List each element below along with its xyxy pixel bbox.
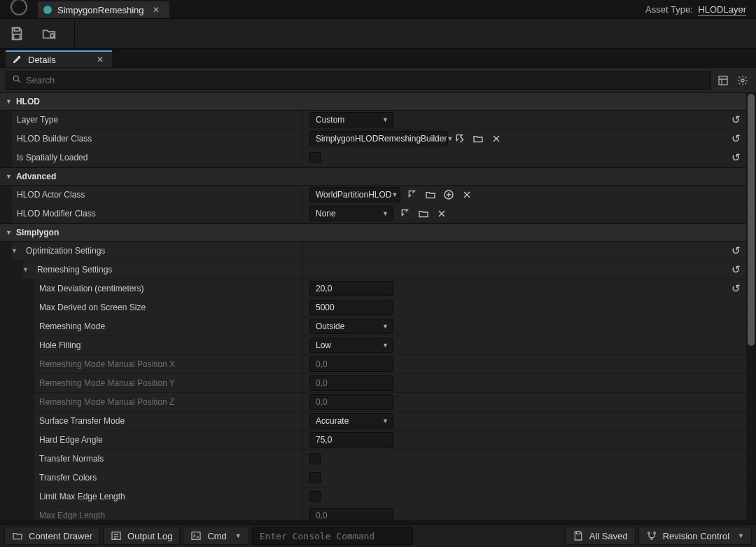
input-max-edge-length: [309, 508, 393, 520]
row-manual-pos-z: Remeshing Mode Manual Position Z: [0, 393, 746, 412]
clear-icon[interactable]: [435, 207, 448, 220]
save-icon[interactable]: [7, 24, 27, 43]
use-selected-icon[interactable]: [406, 188, 419, 201]
chevron-down-icon: ▼: [447, 135, 453, 142]
terminal-icon: [190, 530, 202, 541]
details-tab-title: Details: [28, 55, 56, 65]
reset-icon[interactable]: ↺: [732, 113, 741, 126]
status-bar: Content Drawer Output Log Cmd ▼ All Save…: [0, 524, 756, 547]
use-selected-icon[interactable]: [454, 132, 466, 145]
input-manual-pos-x: [309, 356, 393, 372]
row-remeshing-mode: Remeshing Mode Outside▼: [0, 317, 746, 336]
search-icon: [12, 74, 22, 86]
console-command-input[interactable]: [252, 527, 414, 545]
close-icon[interactable]: ✕: [150, 5, 162, 15]
app-logo: [0, 0, 38, 18]
reset-icon[interactable]: ↺: [732, 151, 741, 164]
search-input-wrap[interactable]: [6, 71, 711, 90]
chevron-down-icon: ▼: [22, 266, 29, 273]
dropdown-actor-class[interactable]: WorldPartitionHLOD▼: [309, 187, 400, 202]
checkbox-spatially-loaded[interactable]: [309, 152, 321, 163]
browse-folder-icon[interactable]: [424, 188, 437, 201]
scrollbar-track[interactable]: [746, 92, 756, 520]
chevron-down-icon: ▼: [382, 323, 388, 330]
details-tab[interactable]: Details ✕: [6, 50, 112, 67]
chevron-down-icon: ▼: [6, 173, 12, 180]
use-selected-icon[interactable]: [399, 207, 412, 220]
svg-point-10: [653, 532, 655, 534]
output-log-button[interactable]: Output Log: [103, 527, 180, 545]
row-transfer-colors: Transfer Colors: [0, 469, 746, 487]
checkbox-transfer-colors[interactable]: [309, 472, 321, 483]
row-spatially-loaded: Is Spatially Loaded ↺: [0, 148, 746, 167]
browse-folder-icon[interactable]: [472, 132, 484, 145]
svg-rect-0: [14, 28, 19, 32]
log-icon: [111, 530, 122, 541]
gear-icon[interactable]: [735, 73, 750, 88]
browse-icon[interactable]: [39, 24, 59, 43]
chevron-down-icon: ▼: [382, 342, 388, 349]
layout-icon[interactable]: [715, 73, 731, 88]
dropdown-hole-filling[interactable]: Low▼: [309, 338, 393, 353]
row-actor-class: HLOD Actor Class WorldPartitionHLOD▼: [0, 186, 746, 205]
row-builder-class: HLOD Builder Class SimplygonHLODRemeshin…: [0, 130, 746, 148]
asset-type-label: Asset Type: HLODLayer: [645, 4, 746, 15]
category-advanced[interactable]: ▼ Advanced: [0, 167, 746, 186]
window-titlebar: SimpygonRemeshing ✕ Asset Type: HLODLaye…: [0, 0, 756, 18]
details-search-row: [0, 67, 756, 92]
asset-type-link[interactable]: HLODLayer: [698, 4, 746, 16]
row-max-edge-length: Max Edge Length: [0, 506, 746, 520]
details-tab-row: Details ✕: [0, 49, 756, 67]
search-input[interactable]: [26, 75, 705, 85]
row-surface-transfer: Surface Transfer Mode Accurate▼: [0, 412, 746, 431]
main-toolbar: [0, 18, 756, 49]
browse-folder-icon[interactable]: [417, 207, 430, 220]
row-remeshing-settings[interactable]: ▼Remeshing Settings ↺: [0, 261, 746, 279]
row-manual-pos-y: Remeshing Mode Manual Position Y: [0, 374, 746, 393]
revision-control-button[interactable]: Revision Control ▼: [638, 527, 752, 545]
category-simplygon[interactable]: ▼ Simplygon: [0, 223, 746, 242]
asset-type-dot-icon: [43, 6, 52, 14]
reset-icon[interactable]: ↺: [732, 244, 741, 257]
dropdown-modifier-class[interactable]: None▼: [309, 206, 393, 221]
svg-rect-4: [719, 76, 727, 85]
row-transfer-normals: Transfer Normals: [0, 450, 746, 469]
reset-icon[interactable]: ↺: [732, 132, 741, 145]
asset-tab[interactable]: SimpygonRemeshing ✕: [38, 1, 169, 18]
chevron-down-icon: ▼: [738, 532, 744, 539]
content-drawer-button[interactable]: Content Drawer: [4, 527, 100, 545]
close-icon[interactable]: ✕: [95, 55, 105, 64]
chevron-down-icon: ▼: [11, 247, 18, 254]
clear-icon[interactable]: [490, 132, 503, 145]
all-saved-button[interactable]: All Saved: [565, 527, 636, 545]
chevron-down-icon: ▼: [235, 532, 241, 539]
input-hard-edge-angle[interactable]: [309, 432, 393, 448]
add-icon[interactable]: [442, 188, 455, 201]
label-modifier-class: HLOD Modifier Class: [11, 209, 96, 219]
checkbox-limit-max-edge[interactable]: [309, 491, 321, 502]
row-modifier-class: HLOD Modifier Class None▼: [0, 205, 746, 223]
dropdown-builder-class[interactable]: SimplygonHLODRemeshingBuilder▼: [309, 131, 448, 146]
input-manual-pos-y: [309, 375, 393, 391]
input-max-derived[interactable]: [309, 300, 393, 315]
row-max-deviation: Max Deviation (centimeters) ↺: [0, 279, 746, 298]
clear-icon[interactable]: [461, 188, 473, 201]
input-manual-pos-z: [309, 394, 393, 410]
scrollbar-thumb[interactable]: [748, 94, 755, 346]
row-optimization-settings[interactable]: ▼Optimization Settings ↺: [0, 242, 746, 261]
dropdown-surface-transfer[interactable]: Accurate▼: [309, 413, 393, 429]
chevron-down-icon: ▼: [6, 98, 12, 105]
input-max-deviation[interactable]: [309, 281, 393, 296]
reset-icon[interactable]: ↺: [732, 282, 741, 295]
svg-point-5: [741, 79, 744, 82]
label-actor-class: HLOD Actor Class: [11, 190, 85, 200]
dropdown-layer-type[interactable]: Custom▼: [309, 112, 393, 127]
label-layer-type: Layer Type: [11, 115, 58, 125]
details-panel: ▼ HLOD Layer Type Custom▼ ↺ HLOD Builder…: [0, 92, 756, 520]
reset-icon[interactable]: ↺: [732, 263, 741, 276]
chevron-down-icon: ▼: [391, 191, 398, 198]
checkbox-transfer-normals[interactable]: [309, 453, 321, 464]
category-hlod[interactable]: ▼ HLOD: [0, 92, 746, 111]
cmd-selector-button[interactable]: Cmd ▼: [183, 527, 248, 545]
dropdown-remeshing-mode[interactable]: Outside▼: [309, 319, 393, 334]
